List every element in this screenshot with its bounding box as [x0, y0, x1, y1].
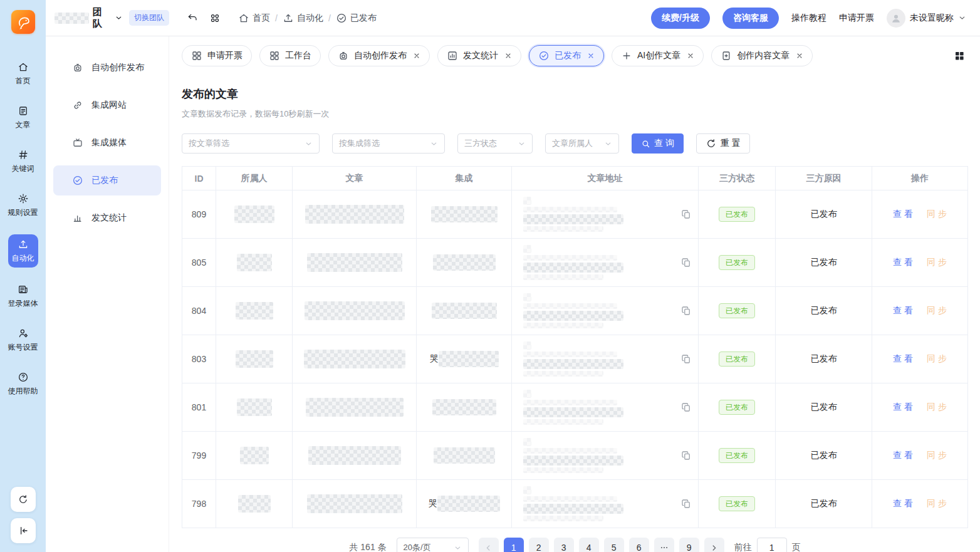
view-link[interactable]: 查 看: [893, 257, 913, 268]
redacted-block: [523, 341, 531, 350]
sidebar-item-check-circle[interactable]: 已发布: [53, 165, 161, 195]
view-link[interactable]: 查 看: [893, 353, 913, 365]
tab-layout-button[interactable]: [951, 48, 967, 64]
view-link[interactable]: 查 看: [893, 498, 913, 509]
page-size-select[interactable]: 20条/页: [397, 538, 469, 552]
collapse-sidebar-button[interactable]: [11, 518, 36, 543]
tab-已发布[interactable]: 已发布: [529, 45, 604, 66]
cell-article: [293, 335, 417, 383]
switch-team-button[interactable]: 切换团队: [129, 10, 169, 26]
redacted-block: [523, 456, 623, 466]
team-selector[interactable]: 团队 切换团队: [46, 6, 169, 30]
sidebar-item-link[interactable]: 集成网站: [53, 90, 161, 120]
view-link[interactable]: 查 看: [893, 209, 913, 220]
cell-integration: [417, 287, 512, 335]
apps-button[interactable]: [207, 10, 223, 26]
breadcrumb-item[interactable]: 已发布: [336, 13, 377, 24]
filter-bar: 按文章筛选 按集成筛选 三方状态 文章所属人: [182, 133, 968, 154]
tab-自动创作发布[interactable]: 自动创作发布: [328, 45, 430, 66]
sync-link[interactable]: 同 步: [927, 353, 947, 365]
rail-item-gear[interactable]: 规则设置: [6, 190, 41, 221]
rail-item-home[interactable]: 首页: [6, 59, 41, 89]
sync-link[interactable]: 同 步: [927, 402, 947, 413]
prev-page-button[interactable]: [479, 538, 499, 552]
sync-link[interactable]: 同 步: [927, 209, 947, 220]
redacted-block: [523, 486, 531, 494]
redacted-block: [308, 446, 401, 465]
tab-发文统计[interactable]: 发文统计: [437, 45, 521, 66]
tab-创作内容文章[interactable]: 创作内容文章: [711, 45, 813, 66]
cell-status: 已发布: [699, 480, 776, 528]
renew-upgrade-button[interactable]: 续费/升级: [651, 8, 710, 29]
sidebar-item-bars[interactable]: 发文统计: [53, 203, 161, 233]
back-button[interactable]: [184, 10, 201, 26]
sync-link[interactable]: 同 步: [927, 305, 947, 316]
sidebar-item-label: 自动创作发布: [91, 62, 144, 73]
grid-icon: [954, 50, 965, 61]
close-icon[interactable]: [413, 52, 420, 60]
copy-url-button[interactable]: [679, 304, 693, 318]
app-logo[interactable]: [11, 10, 35, 34]
invoice-link[interactable]: 申请开票: [839, 13, 874, 24]
sidebar-item-tv[interactable]: 集成媒体: [53, 128, 161, 158]
page-button-3[interactable]: 3: [554, 538, 574, 552]
sidebar-item-auto[interactable]: 自动创作发布: [53, 53, 161, 83]
sync-link[interactable]: 同 步: [927, 450, 947, 461]
status-filter-select[interactable]: 三方状态: [457, 133, 533, 154]
refresh-button[interactable]: [11, 487, 36, 512]
goto-page-input[interactable]: [757, 538, 787, 552]
copy-url-button[interactable]: [679, 207, 693, 221]
cell-actions: 查 看同 步: [872, 432, 968, 480]
page-button-5[interactable]: 5: [604, 538, 624, 552]
rail-item-newspaper[interactable]: 登录媒体: [6, 281, 41, 311]
view-link[interactable]: 查 看: [893, 305, 913, 316]
page-size-value: 20条/页: [404, 542, 431, 552]
page-button-2[interactable]: 2: [529, 538, 549, 552]
page-button-1[interactable]: 1: [504, 538, 524, 552]
tab-AI创作文章[interactable]: AI创作文章: [612, 45, 704, 66]
sync-link[interactable]: 同 步: [927, 257, 947, 268]
sync-link[interactable]: 同 步: [927, 498, 947, 509]
reset-button[interactable]: 重 置: [696, 133, 750, 154]
tab-申请开票[interactable]: 申请开票: [182, 45, 252, 66]
rail-item-article[interactable]: 文章: [6, 103, 41, 133]
article-filter-select[interactable]: 按文章筛选: [182, 133, 320, 154]
rail-item-upload[interactable]: 自动化: [8, 234, 38, 268]
copy-url-button[interactable]: [679, 449, 693, 462]
rail-item-user-gear[interactable]: 账号设置: [6, 325, 41, 355]
breadcrumb-item[interactable]: 自动化: [283, 13, 323, 24]
rail-item-help[interactable]: 使用帮助: [6, 369, 41, 399]
integration-filter-select[interactable]: 按集成筛选: [332, 133, 445, 154]
breadcrumb-separator: /: [275, 13, 278, 23]
table-row: 809已发布已发布查 看同 步: [182, 190, 968, 239]
copy-url-button[interactable]: [679, 400, 693, 414]
page-button-6[interactable]: 6: [629, 538, 649, 552]
rail-item-label: 文章: [16, 120, 31, 130]
close-icon[interactable]: [587, 52, 595, 60]
tutorial-link[interactable]: 操作教程: [791, 13, 826, 24]
redacted-block: [434, 447, 495, 464]
more-icon: [660, 543, 669, 552]
view-link[interactable]: 查 看: [893, 402, 913, 413]
page-button-4[interactable]: 4: [579, 538, 599, 552]
tab-工作台[interactable]: 工作台: [259, 45, 321, 66]
cell-reason: 已发布: [776, 335, 872, 383]
copy-url-button[interactable]: [679, 256, 693, 269]
next-page-button[interactable]: [704, 538, 724, 552]
rail-item-keyword[interactable]: 关键词: [6, 147, 41, 177]
owner-filter-select[interactable]: 文章所属人: [545, 133, 619, 154]
close-icon[interactable]: [504, 52, 512, 60]
close-icon[interactable]: [796, 52, 803, 60]
search-button[interactable]: 查 询: [632, 133, 684, 154]
customer-service-button[interactable]: 咨询客服: [722, 8, 779, 29]
more-pages-button[interactable]: [654, 538, 674, 552]
view-link[interactable]: 查 看: [893, 450, 913, 461]
gear-icon: [18, 193, 29, 204]
copy-url-button[interactable]: [679, 352, 693, 366]
page-button-9[interactable]: 9: [679, 538, 699, 552]
tab-label: 发文统计: [463, 50, 498, 61]
user-menu[interactable]: 未设置昵称: [887, 9, 966, 28]
close-icon[interactable]: [687, 52, 694, 60]
breadcrumb-item[interactable]: 首页: [238, 13, 270, 24]
copy-url-button[interactable]: [679, 497, 693, 511]
